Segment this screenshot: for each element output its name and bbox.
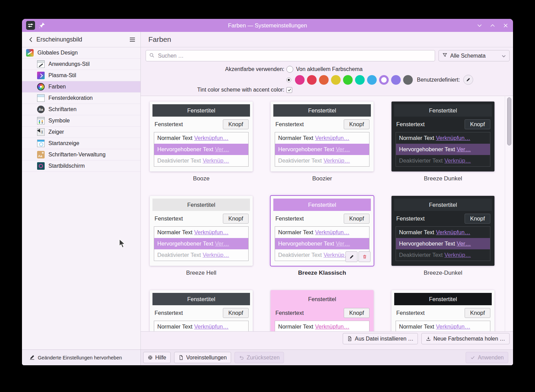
scheme-card-breeze-klassisch[interactable]: FenstertitelFenstertextKnopfNormaler Tex…	[271, 196, 374, 266]
scheme-name: Breeze-Dunkel	[391, 270, 494, 276]
preview-titlebar: Fenstertitel	[273, 199, 371, 211]
preview-highlight-row: Hervorgehobener Text Ver…	[396, 144, 490, 155]
minimize-icon[interactable]	[477, 23, 482, 28]
accent-swatch-2[interactable]	[319, 75, 329, 85]
preview-button: Knopf	[344, 214, 369, 224]
preview-disabled-row: Deaktivierter Text Verknüp…	[154, 249, 248, 261]
sidebar-list: Globales DesignAnwendungs-StilPlasma-Sti…	[22, 47, 140, 349]
hamburger-menu-icon[interactable]	[129, 36, 136, 43]
scheme-card-breeze-dunkel[interactable]: FenstertitelFenstertextKnopfNormaler Tex…	[391, 196, 494, 266]
sidebar-item-zeiger[interactable]: Zeiger	[22, 127, 140, 138]
bottom-bar: Geänderte Einstellungen hervorheben Hilf…	[22, 349, 513, 365]
splash-screen-icon	[37, 140, 45, 147]
preview-highlight-row: Hervorgehobener Text Ver…	[396, 238, 490, 249]
preview-disabled-row: Deaktivierter Text Verknüp…	[154, 155, 248, 166]
app-menu-icon[interactable]	[26, 21, 35, 30]
scheme-card-booze[interactable]: FenstertitelFenstertextKnopfNormaler Tex…	[150, 102, 253, 171]
sidebar-item-startanzeige[interactable]: Startanzeige	[22, 138, 140, 149]
sidebar-item-globales-design[interactable]: Globales Design	[22, 47, 140, 59]
accent-swatch-7[interactable]	[379, 75, 389, 85]
sidebar-item-anwendungs-stil[interactable]: Anwendungs-Stil	[22, 59, 140, 70]
preview-button: Knopf	[465, 214, 490, 224]
custom-color-picker-button[interactable]	[463, 75, 473, 85]
scheme-name: Breeze Klassisch	[271, 270, 374, 276]
preview-list: Normaler Text Verknüpfun…Hervorgehobener…	[275, 321, 369, 332]
sidebar-item-label: Fensterdekoration	[48, 95, 93, 101]
scheme-name: Boozier	[271, 175, 374, 182]
radio-custom-accent[interactable]	[286, 78, 291, 82]
accent-swatch-1[interactable]	[307, 75, 317, 85]
accent-swatch-0[interactable]	[295, 75, 305, 85]
sidebar-item-schriftarten-verwaltung[interactable]: Schriftarten-Verwaltung	[22, 149, 140, 161]
delete-scheme-button[interactable]	[358, 251, 371, 262]
search-input[interactable]	[157, 52, 432, 59]
edit-scheme-button[interactable]	[345, 251, 357, 262]
tint-checkbox[interactable]	[286, 87, 292, 93]
preview-highlight-row: Hervorgehobener Text Ver…	[275, 144, 369, 155]
sidebar-item-symbole[interactable]: Symbole	[22, 115, 140, 127]
scheme-card-breeze-hell[interactable]: FenstertitelFenstertextKnopfNormaler Tex…	[150, 196, 253, 266]
maximize-icon[interactable]	[490, 23, 495, 28]
preview-window-text: Fenstertext	[396, 215, 425, 222]
scheme-card-unnamed[interactable]: FenstertitelFenstertextKnopfNormaler Tex…	[391, 290, 494, 332]
apply-button[interactable]: Anwenden	[466, 352, 508, 363]
sidebar-item-label: Startbildschirm	[48, 163, 85, 169]
install-from-file-button[interactable]: Aus Datei installieren …	[343, 333, 418, 344]
scheme-card-unnamed[interactable]: FenstertitelFenstertextKnopfNormaler Tex…	[150, 290, 253, 332]
defaults-button[interactable]: Voreinstellungen	[174, 352, 231, 363]
sidebar-item-schriftarten[interactable]: Schriftarten	[22, 104, 140, 115]
accent-swatch-6[interactable]	[367, 75, 377, 85]
accent-swatch-3[interactable]	[331, 75, 341, 85]
scheme-card-unnamed[interactable]: FenstertitelFenstertextKnopfNormaler Tex…	[271, 290, 374, 332]
preview-disabled-row: Deaktivierter Text Verknüp…	[396, 155, 490, 166]
preview-button: Knopf	[344, 308, 369, 318]
titlebar: Farben — Systemeinstellungen	[22, 19, 513, 32]
help-button[interactable]: Hilfe	[143, 352, 171, 363]
sidebar-item-label: Farben	[48, 84, 66, 90]
search-field[interactable]	[146, 50, 435, 61]
close-icon[interactable]	[503, 23, 508, 28]
preview-window-text: Fenstertext	[275, 310, 304, 316]
accent-swatch-5[interactable]	[355, 75, 365, 85]
pin-icon[interactable]	[38, 22, 45, 29]
get-new-schemes-button[interactable]: Neue Farbschemata holen …	[421, 333, 510, 344]
preview-titlebar: Fenstertitel	[394, 199, 492, 211]
sidebar-item-label: Plasma-Stil	[48, 72, 76, 79]
preview-list: Normaler Text Verknüpfun…Hervorgehobener…	[275, 132, 369, 167]
scrollbar-thumb[interactable]	[507, 97, 511, 145]
accent-swatch-4[interactable]	[343, 75, 353, 85]
filter-label: Alle Schemata	[450, 53, 486, 59]
scrollbar-track[interactable]	[505, 96, 513, 331]
preview-highlight-row: Hervorgehobener Text Ver…	[275, 238, 369, 249]
preview-button: Knopf	[465, 119, 490, 129]
scheme-card-breeze-dunkel[interactable]: FenstertitelFenstertextKnopfNormaler Tex…	[391, 102, 494, 171]
sidebar-item-plasma-stil[interactable]: Plasma-Stil	[22, 70, 140, 81]
sidebar-item-farben[interactable]: Farben	[22, 81, 140, 93]
radio-from-color-scheme[interactable]	[286, 66, 293, 73]
scheme-name: Breeze Hell	[150, 270, 253, 276]
preview-list: Normaler Text Verknüpfun…Hervorgehobener…	[154, 226, 249, 261]
sidebar-item-fensterdekoration[interactable]: Fensterdekoration	[22, 93, 140, 104]
preview-normal-row: Normaler Text Verknüpfun…	[396, 227, 490, 238]
sidebar-item-startbildschirm[interactable]: Startbildschirm	[22, 161, 140, 172]
accent-swatch-9[interactable]	[403, 75, 413, 85]
accent-swatch-8[interactable]	[391, 75, 401, 85]
scheme-card-boozier[interactable]: FenstertitelFenstertextKnopfNormaler Tex…	[271, 102, 374, 171]
window-title: Farben — Systemeinstellungen	[22, 22, 513, 29]
reset-button[interactable]: Zurücksetzen	[235, 352, 284, 363]
back-icon[interactable]	[27, 36, 34, 43]
preview-window-text: Fenstertext	[155, 310, 183, 316]
preview-list: Normaler Text Verknüpfun…Hervorgehobener…	[154, 132, 249, 167]
preview-normal-row: Normaler Text Verknüpfun…	[275, 321, 369, 332]
preview-list: Normaler Text Verknüpfun…Hervorgehobener…	[396, 226, 490, 261]
highlight-changed-label: Geänderte Einstellungen hervorheben	[38, 355, 122, 360]
preview-highlight-row: Hervorgehobener Text Ver…	[154, 238, 248, 249]
schema-filter-dropdown[interactable]: Alle Schemata	[439, 50, 510, 61]
preview-normal-row: Normaler Text Verknüpfun…	[275, 227, 369, 238]
content: Farben Alle Schemata Akzentfarbe verwend…	[141, 32, 513, 349]
custom-color-label: Benutzerdefiniert:	[417, 77, 460, 83]
chevron-down-icon	[502, 53, 506, 59]
preview-window-text: Fenstertext	[155, 215, 183, 222]
preview-button: Knopf	[344, 119, 369, 129]
sidebar-title: Erscheinungsbild	[36, 36, 129, 43]
